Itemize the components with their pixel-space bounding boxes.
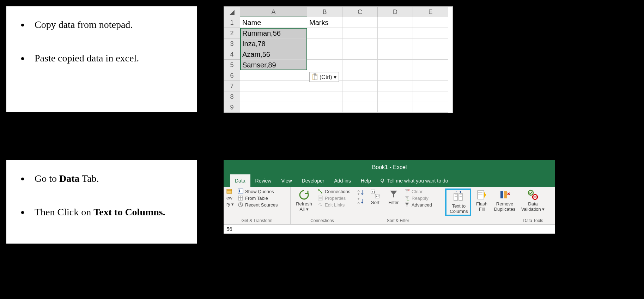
cell-C3[interactable] [342, 38, 378, 49]
text-to-columns-button[interactable]: Text to Columns [447, 191, 470, 214]
show-queries-button[interactable]: Show Queries [238, 189, 278, 194]
cell-C1[interactable] [342, 17, 378, 28]
advanced-button[interactable]: Advanced [404, 202, 432, 208]
cell-D4[interactable] [378, 49, 413, 60]
instruction-bottom-2-bold: Text to Columns. [93, 207, 165, 217]
cell-E2[interactable] [413, 28, 448, 38]
cell-C2[interactable] [342, 28, 378, 38]
svg-rect-39 [500, 191, 503, 198]
data-validation-button[interactable]: Data Validation ▾ [520, 189, 546, 212]
cell-D6[interactable] [378, 70, 413, 81]
cell-A2[interactable]: Rumman,56 [240, 28, 307, 38]
row-header-1[interactable]: 1 [224, 17, 240, 28]
tab-help[interactable]: Help [356, 174, 376, 187]
clear-button[interactable]: Clear [404, 189, 432, 194]
cell-A8[interactable] [240, 91, 307, 102]
connections-button[interactable]: Connections [317, 189, 350, 194]
tab-addins[interactable]: Add-ins [329, 174, 356, 187]
tell-me-search[interactable]: Tell me what you want to do [376, 174, 452, 187]
cell-E7[interactable] [413, 81, 448, 91]
properties-button[interactable]: Properties [317, 195, 350, 201]
cell-C4[interactable] [342, 49, 378, 60]
refresh-all-button[interactable]: Refresh All ▾ [293, 189, 315, 212]
sort-button[interactable]: Z AA Z Sort [367, 189, 383, 205]
text-to-columns-label: Text to Columns [447, 203, 470, 214]
cell-B9[interactable] [307, 102, 342, 113]
cell-B8[interactable] [307, 91, 342, 102]
row-header-8[interactable]: 8 [224, 91, 240, 102]
cell-A6[interactable] [240, 70, 307, 81]
instruction-top-1: Copy data from notepad. [29, 17, 190, 33]
cell-D5[interactable] [378, 60, 413, 70]
cell-C8[interactable] [342, 91, 378, 102]
row-header-2[interactable]: 2 [224, 28, 240, 38]
row-header-5[interactable]: 5 [224, 60, 240, 70]
col-header-A[interactable]: A [240, 7, 307, 17]
cell-A1[interactable]: Name [240, 17, 307, 28]
instruction-bottom-2: Then Click on Text to Columns. [29, 204, 190, 220]
row-header-3[interactable]: 3 [224, 38, 240, 49]
tab-developer[interactable]: Developer [297, 174, 329, 187]
select-all-corner[interactable]: ◢ [224, 7, 240, 17]
cell-C6[interactable] [342, 70, 378, 81]
cell-A5[interactable]: Samser,89 [240, 60, 307, 70]
cell-B2[interactable] [307, 28, 342, 38]
spreadsheet-grid[interactable]: ◢ A B C D E 1 Name Marks 2 Rumman,56 3 I… [224, 6, 453, 113]
cell-D1[interactable] [378, 17, 413, 28]
remove-duplicates-button[interactable]: Remove Duplicates [492, 189, 517, 212]
cell-B3[interactable] [307, 38, 342, 49]
sort-asc-button[interactable]: AZ [357, 189, 365, 196]
filter-button[interactable]: Filter [386, 189, 401, 205]
cell-E4[interactable] [413, 49, 448, 60]
cell-E9[interactable] [413, 102, 448, 113]
row-header-9[interactable]: 9 [224, 102, 240, 113]
cell-E3[interactable] [413, 38, 448, 49]
cell-A4[interactable]: Azam,56 [240, 49, 307, 60]
cell-E5[interactable] [413, 60, 448, 70]
tab-view[interactable]: View [276, 174, 297, 187]
cell-B7[interactable] [307, 81, 342, 91]
edit-links-button[interactable]: Edit Links [317, 202, 350, 208]
cell-A7[interactable] [240, 81, 307, 91]
svg-point-3 [381, 179, 384, 182]
cell-E1[interactable] [413, 17, 448, 28]
filter-icon [389, 189, 399, 199]
cell-B4[interactable] [307, 49, 342, 60]
cell-B5[interactable] [307, 60, 342, 70]
col-header-C[interactable]: C [342, 7, 378, 17]
cell-A9[interactable] [240, 102, 307, 113]
new-query-button-cut[interactable] [226, 189, 235, 194]
tab-data[interactable]: Data [230, 174, 250, 187]
paste-options-button[interactable]: (Ctrl) ▾ [309, 72, 339, 82]
group-sort-filter: AZ ZA Z AA Z Sort Filter [354, 187, 442, 224]
sort-desc-button[interactable]: ZA [357, 197, 365, 205]
tab-review[interactable]: Review [250, 174, 277, 187]
col-header-B[interactable]: B [307, 7, 342, 17]
row-header-7[interactable]: 7 [224, 81, 240, 91]
cell-C9[interactable] [342, 102, 378, 113]
flash-fill-button[interactable]: Flash Fill [474, 189, 490, 212]
col-header-E[interactable]: E [413, 7, 448, 17]
row-header-4[interactable]: 4 [224, 49, 240, 60]
cell-E8[interactable] [413, 91, 448, 102]
refresh-all-label: Refresh All ▾ [293, 201, 315, 212]
recent-sources-button[interactable]: Recent Sources [238, 202, 278, 208]
show-queries-label: Show Queries [245, 189, 274, 194]
group-label-data-tools: Data Tools [445, 218, 546, 223]
properties-icon [317, 195, 323, 201]
cell-D9[interactable] [378, 102, 413, 113]
formula-bar[interactable]: 56 [224, 225, 555, 234]
reapply-button[interactable]: Reapply [404, 195, 432, 201]
from-table-button[interactable]: From Table [238, 195, 278, 201]
cell-E6[interactable] [413, 70, 448, 81]
cell-D8[interactable] [378, 91, 413, 102]
cell-B1[interactable]: Marks [307, 17, 342, 28]
col-header-D[interactable]: D [378, 7, 413, 17]
row-header-6[interactable]: 6 [224, 70, 240, 81]
cell-C7[interactable] [342, 81, 378, 91]
cell-C5[interactable] [342, 60, 378, 70]
cell-A3[interactable]: Inza,78 [240, 38, 307, 49]
cell-D3[interactable] [378, 38, 413, 49]
cell-D7[interactable] [378, 81, 413, 91]
cell-D2[interactable] [378, 28, 413, 38]
